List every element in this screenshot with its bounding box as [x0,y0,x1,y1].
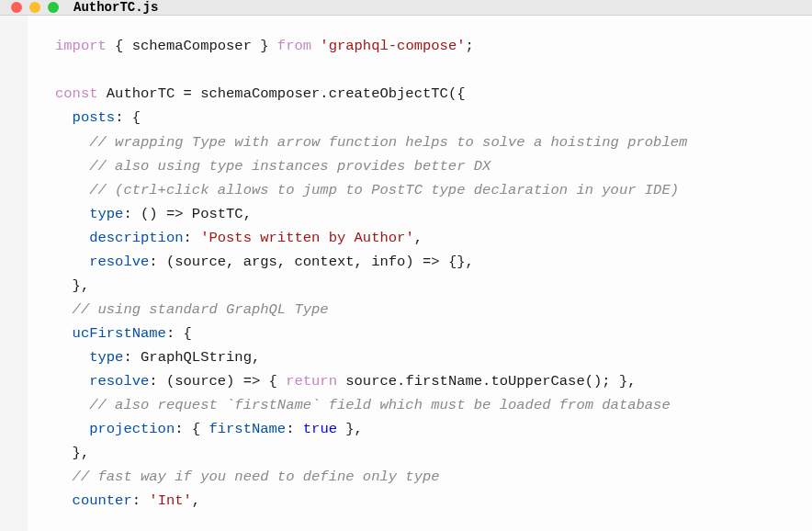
code-token: 'Int' [149,492,192,509]
code-token: ucFirstName [55,325,166,342]
code-token: }, [337,421,363,437]
maximize-icon[interactable] [48,2,59,13]
code-token: : { [175,421,209,437]
code-token: }, [55,277,89,294]
code-token: from [277,38,311,54]
code-token: true [303,421,337,437]
code-token: : [286,421,303,437]
editor-body: import { schemaComposer } from 'graphql-… [0,16,812,531]
code-token: counter [55,492,132,509]
file-title: AuthorTC.js [73,0,158,15]
code-token: : { [115,109,141,126]
code-token: type [55,349,123,366]
code-token: source.firstName.toUpperCase(); }, [337,373,637,390]
code-token: }, [55,445,89,461]
code-token: resolve [55,373,149,390]
code-comment: // (ctrl+click allows to jump to PostTC … [55,182,679,198]
code-comment: // also request `firstName` field which … [55,397,671,413]
code-token: , [192,492,200,509]
editor-gutter [0,16,28,531]
code-token: 'Posts written by Author' [200,230,414,246]
code-token: posts [55,109,115,126]
code-token: 'graphql-compose' [311,38,465,54]
code-token: ; [466,38,474,54]
code-comment: // wrapping Type with arrow function hel… [55,134,687,151]
code-token: description [55,230,184,246]
code-comment: // using standard GraphQL Type [55,301,329,318]
code-token: : () => PostTC, [123,206,252,222]
code-token: type [55,206,123,222]
code-token: return [286,373,337,390]
traffic-lights [11,2,59,13]
code-token: AuthorTC = schemaComposer.createObjectTC… [98,85,466,102]
code-area[interactable]: import { schemaComposer } from 'graphql-… [28,16,812,531]
code-token: const [55,85,98,102]
code-token: : { [166,325,192,342]
code-token: : (source) => { [149,373,286,390]
code-token: , [414,230,423,246]
close-icon[interactable] [11,2,22,13]
code-token: resolve [55,254,149,270]
code-token: { schemaComposer } [107,38,277,54]
code-comment: // fast way if you need to define only t… [55,469,440,485]
minimize-icon[interactable] [29,2,40,13]
editor-window: AuthorTC.js import { schemaComposer } fr… [0,0,812,531]
code-token: projection [55,421,175,437]
code-token: import [55,38,107,54]
code-comment: // also using type instances provides be… [55,158,491,175]
code-token: firstName [209,421,286,437]
code-token: : [132,492,150,509]
titlebar: AuthorTC.js [0,0,812,16]
code-token: : GraphQLString, [123,349,260,366]
code-token: : [184,230,201,246]
code-token: : (source, args, context, info) => {}, [149,254,473,270]
